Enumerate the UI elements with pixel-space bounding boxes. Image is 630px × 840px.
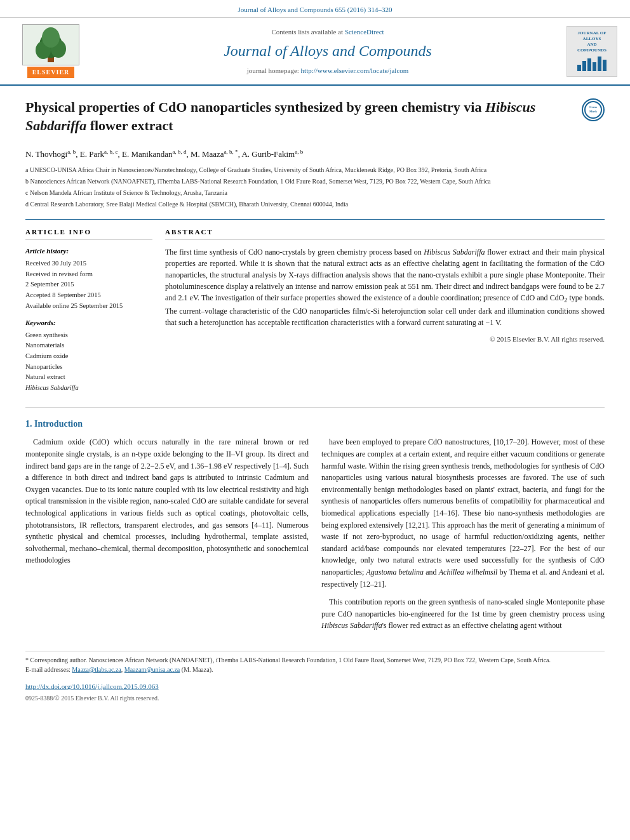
affiliation-c: c Nelson Mandela African Institute of Sc… (25, 188, 605, 197)
affiliation-d: d Central Research Laboratory, Sree Bala… (25, 199, 605, 209)
intro-para-right-2: This contribution reports on the green s… (321, 596, 605, 632)
revised-date: 2 September 2015 (25, 280, 152, 290)
revised-label: Received in revised form (25, 270, 152, 279)
svg-text:Mark: Mark (589, 110, 597, 113)
homepage-url[interactable]: http://www.elsevier.com/locate/jalcom (301, 67, 409, 74)
intro-para-1: Cadmium oxide (CdO) which occurs natural… (25, 436, 309, 566)
tree-svg (25, 26, 76, 64)
affiliations-block: a UNESCO-UNISA Africa Chair in Nanoscien… (25, 165, 605, 209)
svg-point-4 (42, 27, 60, 48)
affiliation-a: a UNESCO-UNISA Africa Chair in Nanoscien… (25, 165, 605, 175)
email-1-link[interactable]: Maaza@tlabs.ac.za (72, 666, 121, 673)
intro-para-right-1: have been employed to prepare CdO nanost… (321, 436, 605, 590)
abstract-text: The first time synthesis of CdO nano-cry… (165, 246, 605, 328)
elsevier-tree-image (22, 24, 79, 65)
info-abstract-row: ARTICLE INFO Article history: Received 3… (25, 219, 605, 394)
crossmark-badge: Cross Mark (582, 98, 605, 124)
svg-text:Cross: Cross (589, 105, 597, 109)
keywords-section: Keywords: Green synthesis Nanomaterials … (25, 318, 152, 393)
crossmark-svg: Cross Mark (584, 100, 603, 119)
section-divider (25, 407, 605, 408)
available-date: Available online 25 September 2015 (25, 302, 152, 311)
intro-heading: 1. Introduction (25, 418, 605, 430)
journal-ref-bar: Journal of Alloys and Compounds 655 (201… (0, 0, 630, 18)
journal-top-bar: ELSEVIER Contents lists available at Sci… (0, 18, 630, 86)
affiliation-b: b Nanosciences African Network (NANOAFNE… (25, 177, 605, 186)
elsevier-wordmark: ELSEVIER (27, 67, 75, 78)
footnote-area: * Corresponding author. Nanosciences Afr… (25, 651, 605, 674)
journal-title-display: Journal of Alloys and Compounds (89, 41, 566, 62)
crossmark-circle: Cross Mark (582, 98, 605, 121)
svg-rect-8 (593, 62, 596, 71)
authors-line: N. Thovhogia, b, E. Parka, b, c, E. Mani… (25, 148, 605, 161)
corresponding-author-note: * Corresponding author. Nanosciences Afr… (25, 655, 605, 665)
journal-center-block: Contents lists available at ScienceDirec… (89, 27, 566, 76)
intro-col-left: Cadmium oxide (CdO) which occurs natural… (25, 436, 309, 638)
article-info-heading: ARTICLE INFO (25, 227, 152, 240)
accepted-date: Accepted 8 September 2015 (25, 291, 152, 300)
svg-rect-5 (577, 65, 581, 71)
svg-rect-10 (603, 60, 607, 71)
intro-two-col: Cadmium oxide (CdO) which occurs natural… (25, 436, 605, 638)
svg-rect-9 (598, 57, 601, 71)
keyword-5: Natural extract (25, 373, 152, 382)
journal-right-logo: JOURNAL OF ALLOYS AND COMPOUNDS (566, 26, 617, 77)
keyword-3: Cadmium oxide (25, 352, 152, 361)
doi-link[interactable]: http://dx.doi.org/10.1016/j.jallcom.2015… (25, 683, 159, 690)
received-date: Received 30 July 2015 (25, 259, 152, 269)
article-title: Physical properties of CdO nanoparticles… (25, 98, 575, 135)
article-container: Physical properties of CdO nanoparticles… (0, 86, 630, 716)
copyright-text: © 2015 Elsevier B.V. All rights reserved… (165, 335, 605, 344)
keyword-4: Nanoparticles (25, 363, 152, 372)
keywords-label: Keywords: (25, 318, 152, 328)
svg-rect-7 (587, 58, 591, 71)
keyword-1: Green synthesis (25, 331, 152, 340)
keyword-2: Nanomaterials (25, 341, 152, 350)
bar-chart-icon (576, 53, 608, 72)
email-addresses: E-mail addresses: Maaza@tlabs.ac.za, Maa… (25, 665, 605, 674)
journal-ref-text: Journal of Alloys and Compounds 655 (201… (238, 6, 392, 13)
sciencedirect-label: Contents lists available at ScienceDirec… (89, 27, 566, 37)
sciencedirect-link[interactable]: ScienceDirect (345, 28, 384, 36)
footer-issn: 0925-8388/© 2015 Elsevier B.V. All right… (25, 694, 605, 703)
keyword-6: Hibiscus Sabdariffa (25, 383, 152, 393)
footer-doi: http://dx.doi.org/10.1016/j.jallcom.2015… (25, 682, 605, 691)
history-label: Article history: (25, 246, 152, 256)
email-2-link[interactable]: Maazam@unisa.ac.za (124, 666, 180, 673)
abstract-panel: ABSTRACT The first time synthesis of CdO… (165, 227, 605, 394)
introduction-section: 1. Introduction Cadmium oxide (CdO) whic… (25, 418, 605, 638)
svg-rect-6 (582, 61, 586, 71)
abstract-heading: ABSTRACT (165, 227, 605, 240)
elsevier-logo: ELSEVIER (13, 24, 89, 78)
article-info-panel: ARTICLE INFO Article history: Received 3… (25, 227, 152, 394)
journal-homepage: journal homepage: http://www.elsevier.co… (89, 66, 566, 76)
intro-col-right: have been employed to prepare CdO nanost… (321, 436, 605, 638)
